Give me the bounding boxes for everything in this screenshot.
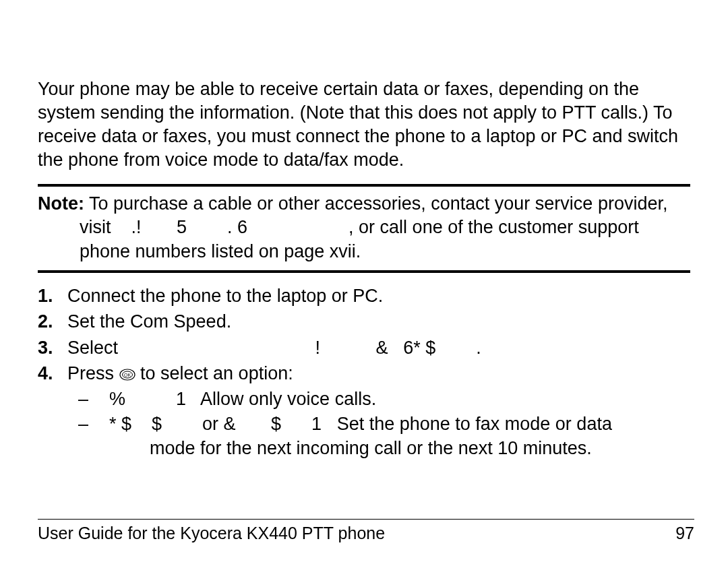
step-text-pre: Press	[67, 363, 119, 383]
page-footer: User Guide for the Kyocera KX440 PTT pho…	[38, 519, 694, 543]
step-text-post: to select an option:	[135, 363, 293, 383]
dash-bullet: –	[78, 387, 109, 411]
footer-title: User Guide for the Kyocera KX440 PTT pho…	[38, 524, 385, 543]
list-item: 1.Connect the phone to the laptop or PC.	[38, 284, 690, 308]
step-number: 4.	[38, 361, 67, 385]
note-line-3: phone numbers listed on page xvii.	[80, 240, 690, 263]
svg-text:OK: OK	[123, 373, 130, 377]
step-number: 3.	[38, 336, 67, 360]
note-block: Note: To purchase a cable or other acces…	[38, 184, 690, 272]
sub-option-item: – % 1 Allow only voice calls.	[78, 387, 690, 411]
dash-bullet: –	[78, 412, 109, 436]
note-text-1: To purchase a cable or other accessories…	[84, 193, 667, 214]
note-line-1: Note: To purchase a cable or other acces…	[38, 192, 690, 216]
document-page: Your phone may be able to receive certai…	[0, 0, 728, 562]
step-text: Set the Com Speed.	[67, 311, 231, 332]
footer-page-number: 97	[675, 524, 694, 543]
sub-option-item: – * $ $ or & $ 1 Set the phone to fax mo…	[78, 412, 690, 436]
list-item: 3.Select ! & 6* $ .	[38, 336, 690, 360]
list-item: 4.Press OK to select an option:	[38, 361, 690, 385]
list-item: 2.Set the Com Speed.	[38, 309, 690, 334]
step-number: 2.	[38, 309, 67, 334]
note-line-2: visit .! 5 . 6 , or call one of the cust…	[80, 216, 690, 239]
sub-option-list: – % 1 Allow only voice calls. – * $ $ or…	[38, 387, 690, 460]
ok-button-icon: OK	[119, 369, 135, 381]
step-text: Connect the phone to the laptop or PC.	[67, 286, 383, 306]
instruction-list: 1.Connect the phone to the laptop or PC.…	[38, 284, 690, 386]
note-label: Note:	[38, 193, 84, 214]
step-number: 1.	[38, 284, 67, 308]
sub-option-text: * $ $ or & $ 1 Set the phone to fax mode…	[109, 412, 690, 436]
intro-paragraph: Your phone may be able to receive certai…	[38, 77, 690, 172]
sub-option-wrap-line: mode for the next incoming call or the n…	[78, 436, 690, 460]
step-text: Select ! & 6* $ .	[67, 338, 481, 358]
sub-option-text: % 1 Allow only voice calls.	[109, 387, 690, 411]
